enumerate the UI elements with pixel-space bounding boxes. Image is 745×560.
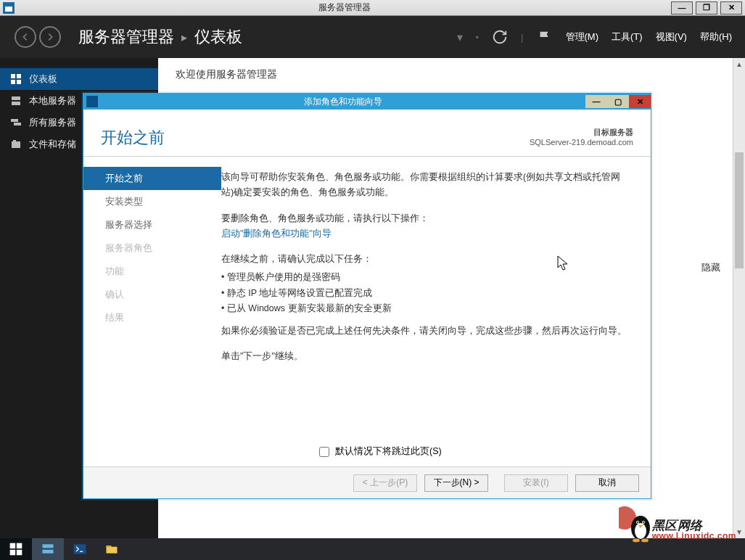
install-button: 安装(I)	[504, 474, 568, 492]
remove-roles-link[interactable]: 启动"删除角色和功能"向导	[221, 226, 632, 242]
breadcrumb: 服务器管理器 ▸ 仪表板	[78, 26, 242, 48]
target-server-label: 目标服务器	[530, 127, 633, 138]
server-icon	[10, 95, 22, 107]
prereq-item-2: 静态 IP 地址等网络设置已配置完成	[221, 286, 632, 301]
svg-rect-10	[10, 543, 16, 549]
wizard-nav-server-selection[interactable]: 服务器选择	[83, 213, 221, 236]
prereq-item-3: 已从 Windows 更新安装最新的安全更新	[221, 301, 632, 316]
wizard-content: 该向导可帮助你安装角色、角色服务或功能。你需要根据组织的计算要求(例如共享文档或…	[221, 157, 651, 458]
nav-back-button[interactable]	[15, 26, 36, 48]
file-storage-icon	[10, 139, 22, 150]
wizard-header: 开始之前 目标服务器 SQLServer-219.demoad.com	[83, 110, 651, 157]
skip-label: 默认情况下将跳过此页(S)	[335, 445, 442, 458]
wizard-maximize-button[interactable]: ▢	[607, 95, 629, 108]
taskbar-explorer[interactable]	[96, 538, 128, 560]
outer-maximize-button[interactable]: ❐	[696, 1, 717, 15]
wizard-close-button[interactable]: ✕	[629, 95, 651, 108]
svg-rect-4	[12, 96, 20, 100]
svg-rect-11	[17, 543, 22, 549]
wizard-minimize-button[interactable]: —	[585, 95, 607, 108]
scroll-down-icon[interactable]: ▼	[733, 526, 745, 538]
outer-minimize-button[interactable]: —	[671, 1, 693, 15]
svg-rect-0	[11, 74, 15, 78]
welcome-text: 欢迎使用服务器管理器	[176, 68, 728, 81]
separator: |	[521, 32, 523, 43]
sidebar-item-label: 仪表板	[29, 73, 57, 86]
skip-checkbox[interactable]	[319, 447, 329, 457]
wizard-window-title: 添加角色和功能向导	[101, 96, 585, 108]
next-button[interactable]: 下一步(N) >	[424, 474, 488, 492]
wizard-footer: < 上一步(P) 下一步(N) > 安装(I) 取消	[83, 466, 651, 498]
dropdown-icon[interactable]: ▾	[457, 30, 463, 44]
separator: •	[476, 32, 479, 43]
refresh-icon[interactable]	[492, 29, 508, 45]
menu-help[interactable]: 帮助(H)	[700, 30, 732, 44]
svg-rect-1	[17, 74, 21, 78]
servers-icon	[10, 117, 22, 128]
outer-window-title: 服务器管理器	[17, 1, 671, 14]
content-prereq-heading: 在继续之前，请确认完成以下任务：	[221, 252, 632, 267]
svg-rect-2	[11, 80, 15, 84]
wizard-titlebar[interactable]: 添加角色和功能向导 — ▢ ✕	[83, 94, 651, 110]
main-header: 服务器管理器 ▸ 仪表板 ▾ • | 管理(M) 工具(T) 视图(V) 帮助(…	[0, 16, 745, 58]
svg-rect-15	[43, 550, 54, 553]
content-remove-hint: 要删除角色、角色服务或功能，请执行以下操作：	[221, 211, 632, 226]
outer-close-button[interactable]: ✕	[720, 1, 742, 15]
app-icon	[3, 2, 15, 14]
start-button[interactable]	[0, 538, 32, 560]
wizard-dialog: 添加角色和功能向导 — ▢ ✕ 开始之前 目标服务器 SQLServer-219…	[83, 93, 651, 499]
flag-icon[interactable]	[537, 29, 553, 45]
sidebar-item-label: 文件和存储	[29, 138, 76, 151]
wizard-app-icon	[86, 96, 98, 107]
scroll-up-icon[interactable]: ▲	[733, 58, 745, 70]
content-next-hint: 单击"下一步"继续。	[221, 349, 632, 364]
svg-rect-17	[107, 545, 112, 548]
wizard-nav-results: 结果	[83, 306, 221, 329]
breadcrumb-current: 仪表板	[194, 26, 242, 48]
wizard-nav: 开始之前 安装类型 服务器选择 服务器角色 功能 确认 结果	[83, 157, 221, 458]
svg-rect-14	[43, 544, 54, 548]
previous-button: < 上一步(P)	[353, 474, 417, 492]
svg-rect-8	[12, 141, 20, 148]
content-intro: 该向导可帮助你安装角色、角色服务或功能。你需要根据组织的计算要求(例如共享文档或…	[221, 170, 632, 201]
outer-window-titlebar: 服务器管理器 — ❐ ✕	[0, 0, 745, 16]
taskbar-server-manager[interactable]	[32, 538, 64, 560]
menu-manage[interactable]: 管理(M)	[566, 30, 599, 44]
taskbar-powershell[interactable]	[64, 538, 96, 560]
sidebar-item-dashboard[interactable]: 仪表板	[0, 68, 158, 90]
svg-rect-5	[12, 102, 20, 105]
svg-rect-3	[17, 80, 21, 84]
scrollbar-vertical[interactable]: ▲ ▼	[733, 58, 745, 538]
prereq-item-1: 管理员帐户使用的是强密码	[221, 270, 632, 285]
sidebar-item-label: 本地服务器	[29, 94, 76, 107]
wizard-nav-installation-type[interactable]: 安装类型	[83, 190, 221, 213]
cancel-button[interactable]: 取消	[575, 474, 639, 492]
content-verify: 如果你必须验证是否已完成上述任何先决条件，请关闭向导，完成这些步骤，然后再次运行…	[221, 324, 632, 339]
svg-rect-13	[17, 550, 22, 556]
svg-rect-6	[11, 119, 18, 122]
wizard-nav-confirmation: 确认	[83, 283, 221, 306]
svg-rect-7	[14, 123, 21, 125]
svg-rect-16	[74, 544, 86, 553]
sidebar-item-label: 所有服务器	[29, 116, 76, 129]
wizard-nav-features: 功能	[83, 260, 221, 283]
target-server-value: SQLServer-219.demoad.com	[530, 138, 633, 147]
nav-forward-button[interactable]	[39, 26, 61, 48]
wizard-nav-server-roles: 服务器角色	[83, 236, 221, 260]
dashboard-icon	[10, 73, 22, 85]
breadcrumb-root[interactable]: 服务器管理器	[78, 26, 174, 48]
wizard-nav-before-you-begin[interactable]: 开始之前	[83, 167, 221, 190]
svg-rect-12	[10, 550, 16, 556]
hide-button[interactable]: 隐藏	[701, 261, 720, 274]
chevron-right-icon: ▸	[181, 30, 187, 44]
svg-rect-9	[13, 140, 16, 141]
menu-view[interactable]: 视图(V)	[656, 30, 687, 44]
scrollbar-thumb[interactable]	[735, 152, 744, 268]
wizard-page-title: 开始之前	[101, 127, 165, 149]
menu-tools[interactable]: 工具(T)	[612, 30, 643, 44]
taskbar	[0, 538, 745, 560]
